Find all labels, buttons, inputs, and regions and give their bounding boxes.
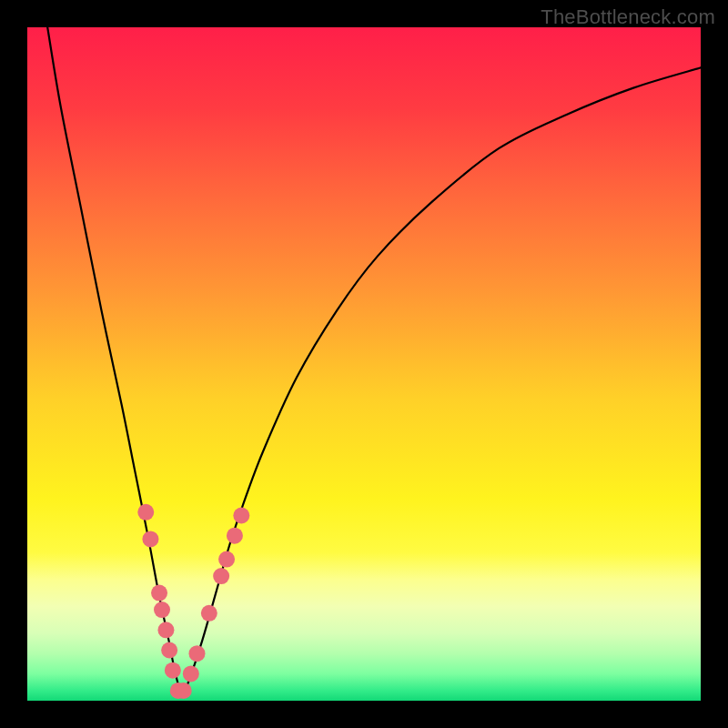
bottleneck-curve [47,27,701,694]
highlight-dot [157,622,174,638]
highlight-dot [213,568,229,584]
highlight-dot [201,605,217,622]
curve-layer [27,27,701,701]
highlight-dots [137,504,249,699]
highlight-dot [218,551,235,568]
highlight-dot [227,528,243,544]
highlight-dot [142,531,158,547]
highlight-dot [151,585,167,602]
highlight-dot [165,662,181,679]
highlight-dot [137,504,154,521]
highlight-dot [183,665,199,682]
plot-area [27,27,701,701]
watermark-text: TheBottleneck.com [541,5,715,29]
highlight-dot [233,508,249,524]
highlight-dot [176,682,192,699]
highlight-dot [161,642,177,659]
chart-frame: TheBottleneck.com [0,0,728,728]
highlight-dot [154,602,170,618]
highlight-dot [188,645,205,662]
